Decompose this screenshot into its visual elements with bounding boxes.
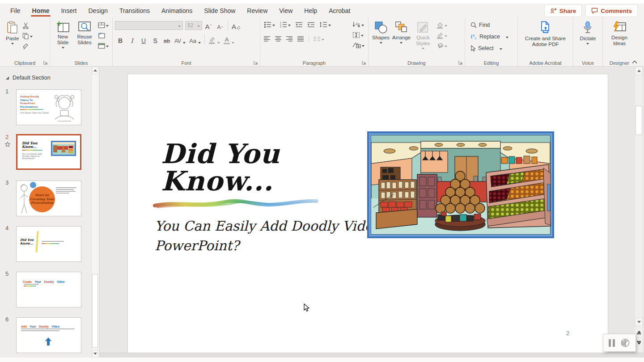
shrink-font-button[interactable]: A^ bbox=[215, 20, 225, 31]
main-scrollbar-thumb[interactable] bbox=[636, 106, 642, 135]
copy-button[interactable] bbox=[21, 31, 34, 40]
increase-indent-button[interactable] bbox=[306, 20, 316, 29]
previous-slide-button[interactable] bbox=[635, 328, 643, 337]
quick-styles-button[interactable]: Quick Styles bbox=[412, 20, 434, 51]
design-ideas-button[interactable]: Design Ideas bbox=[607, 20, 632, 47]
character-spacing-button[interactable]: AV bbox=[173, 34, 187, 45]
slide-6-thumbnail[interactable]: Add Your Doodly Video bbox=[16, 317, 81, 353]
mute-button[interactable] bbox=[620, 338, 630, 347]
next-slide-button[interactable] bbox=[635, 338, 643, 347]
shapes-dropdown[interactable] bbox=[380, 42, 382, 44]
section-header[interactable]: Default Section bbox=[5, 75, 51, 81]
strikethrough-button[interactable]: ab bbox=[161, 34, 172, 45]
tab-acrobat[interactable]: Acrobat bbox=[323, 4, 356, 17]
format-painter-button[interactable] bbox=[21, 42, 34, 51]
align-right-button[interactable] bbox=[285, 34, 294, 43]
scroll-up-button[interactable] bbox=[635, 67, 643, 75]
font-size-combo[interactable]: 52 bbox=[185, 21, 202, 30]
main-scrollbar[interactable] bbox=[635, 67, 643, 358]
shape-fill-button[interactable] bbox=[435, 21, 449, 29]
slide-canvas[interactable]: Did You Know... You Can Easily Add Doodl… bbox=[127, 74, 608, 353]
tab-home[interactable]: Home bbox=[26, 4, 55, 17]
paragraph-dialog-launcher[interactable] bbox=[362, 60, 366, 65]
dictate-dropdown[interactable] bbox=[586, 43, 589, 45]
share-icon bbox=[550, 8, 557, 14]
convert-smartart-button[interactable] bbox=[351, 41, 366, 50]
italic-button[interactable]: I bbox=[127, 34, 137, 45]
comments-button[interactable]: Comments bbox=[585, 4, 638, 17]
decrease-indent-button[interactable] bbox=[294, 20, 304, 29]
numbering-button[interactable]: 123 bbox=[278, 20, 292, 29]
shapes-button[interactable]: Shapes bbox=[371, 20, 391, 45]
thumbnail-scroll-up-button[interactable] bbox=[92, 67, 98, 74]
change-case-button[interactable]: Aa bbox=[188, 34, 202, 45]
tab-view[interactable]: View bbox=[273, 4, 298, 17]
thumbnail-scroll-down-button[interactable] bbox=[92, 350, 98, 358]
doodle-person-illustration bbox=[51, 93, 77, 122]
grow-font-button[interactable]: A^ bbox=[203, 20, 214, 31]
align-text-button[interactable] bbox=[351, 30, 366, 39]
replace-button[interactable]: bc Replace bbox=[470, 32, 508, 42]
text-direction-button[interactable]: A bbox=[351, 20, 366, 29]
slide-3-thumbnail[interactable]: Start by Creating Your Presentation bbox=[16, 181, 81, 216]
new-slide-button[interactable]: New Slide bbox=[52, 20, 73, 50]
section-button[interactable] bbox=[97, 41, 110, 50]
select-button[interactable]: Select bbox=[470, 43, 508, 53]
underline-button[interactable]: U bbox=[138, 34, 149, 45]
slide-4-thumbnail[interactable]: Did You Know... bbox=[16, 226, 81, 262]
cut-button[interactable] bbox=[21, 21, 34, 30]
columns-button[interactable] bbox=[312, 34, 326, 43]
tab-help[interactable]: Help bbox=[298, 4, 323, 17]
tab-review[interactable]: Review bbox=[241, 4, 273, 17]
slide-1-thumbnail[interactable]: Adding Doodly Videos To PowerPoint Prese… bbox=[16, 89, 81, 125]
paste-button[interactable]: Paste bbox=[4, 20, 20, 46]
slide-2-thumbnail[interactable]: Did You Know... You Can Easily Add Doodl… bbox=[16, 134, 81, 170]
text-highlight-button[interactable] bbox=[207, 34, 221, 45]
group-paragraph: 123 bbox=[260, 17, 369, 66]
scroll-down-button[interactable] bbox=[635, 318, 643, 326]
create-share-pdf-button[interactable]: Create and Share Adobe PDF bbox=[520, 20, 571, 48]
eraser-icon bbox=[237, 25, 241, 29]
font-name-combo[interactable] bbox=[115, 21, 183, 30]
slide-layout-button[interactable] bbox=[97, 21, 110, 29]
store-illustration[interactable] bbox=[367, 131, 554, 238]
line-spacing-button[interactable] bbox=[318, 20, 332, 29]
collapse-ribbon-button[interactable] bbox=[631, 60, 638, 64]
tab-insert[interactable]: Insert bbox=[55, 4, 82, 17]
clear-formatting-button[interactable]: A bbox=[230, 20, 242, 31]
tab-transitions[interactable]: Transitions bbox=[114, 4, 156, 17]
slide-5-thumbnail[interactable]: Create Your Doodly Video bbox=[16, 272, 81, 307]
font-color-button[interactable]: A bbox=[222, 34, 236, 45]
paste-dropdown[interactable] bbox=[11, 43, 14, 45]
tab-design[interactable]: Design bbox=[82, 4, 114, 17]
bullets-button[interactable] bbox=[263, 20, 276, 29]
watercolor-swash[interactable] bbox=[153, 196, 318, 211]
animation-star-icon[interactable] bbox=[5, 142, 10, 147]
justify-button[interactable] bbox=[296, 34, 305, 43]
font-dialog-launcher[interactable] bbox=[254, 60, 258, 65]
tab-file[interactable]: File bbox=[4, 4, 26, 17]
pause-button[interactable] bbox=[609, 339, 615, 347]
shape-outline-button[interactable] bbox=[435, 31, 449, 40]
clipboard-dialog-launcher[interactable] bbox=[43, 60, 48, 65]
horizontal-scroll-strip[interactable] bbox=[100, 353, 644, 358]
drawing-dialog-launcher[interactable] bbox=[458, 60, 463, 65]
share-button[interactable]: Share bbox=[544, 4, 582, 17]
text-shadow-button[interactable]: S bbox=[150, 34, 161, 45]
tab-animations[interactable]: Animations bbox=[156, 4, 198, 17]
thumbnail-scrollbar-thumb[interactable] bbox=[92, 274, 98, 348]
bold-button[interactable]: B bbox=[115, 34, 126, 45]
shape-effects-button[interactable] bbox=[435, 41, 449, 50]
thumbnail-scrollbar[interactable] bbox=[91, 67, 98, 358]
arrange-button[interactable]: Arrange bbox=[391, 20, 412, 45]
dictate-button[interactable]: Dictate bbox=[579, 20, 597, 46]
align-left-button[interactable] bbox=[263, 34, 272, 43]
reset-slide-button[interactable] bbox=[97, 31, 110, 40]
reuse-slides-button[interactable]: Reuse Slides bbox=[73, 20, 96, 46]
tab-slide-show[interactable]: Slide Show bbox=[198, 4, 241, 17]
new-slide-dropdown[interactable] bbox=[62, 47, 64, 49]
find-button[interactable]: Find bbox=[470, 20, 508, 30]
slide-title-textbox[interactable]: Did You Know... bbox=[161, 140, 280, 195]
align-center-button[interactable] bbox=[274, 34, 283, 43]
arrange-dropdown[interactable] bbox=[400, 42, 402, 44]
